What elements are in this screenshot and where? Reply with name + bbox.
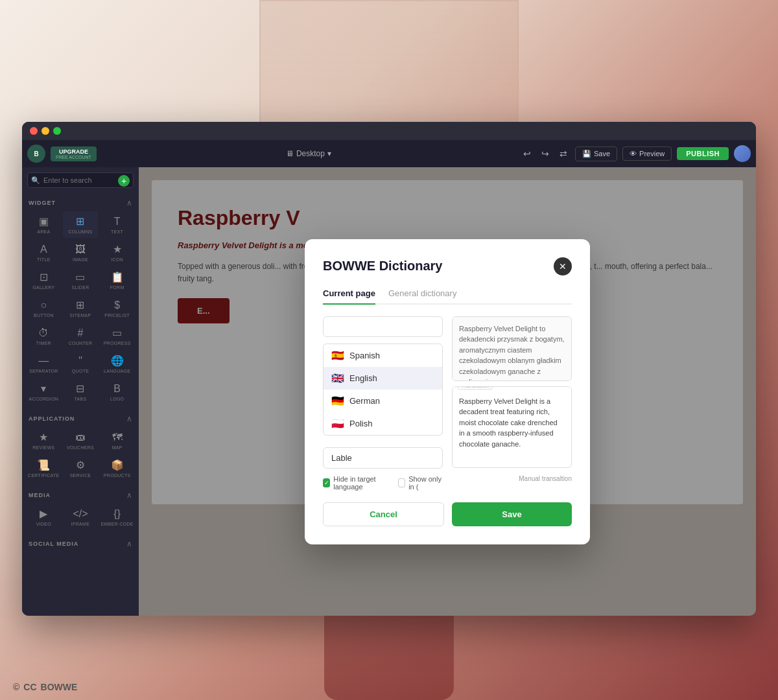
widget-gallery[interactable]: ⊡ GALLERY: [26, 267, 62, 294]
save-button[interactable]: Save: [452, 502, 572, 526]
cancel-button[interactable]: Cancel: [323, 502, 444, 526]
widget-title[interactable]: A TITLE: [26, 239, 62, 266]
app-products[interactable]: 📦 PRODUCTS: [99, 455, 135, 482]
publish-button[interactable]: PUBLISH: [677, 147, 729, 160]
app-service[interactable]: ⚙ SERVICE: [63, 455, 99, 482]
progress-icon: ▭: [112, 327, 122, 339]
widget-image[interactable]: 🖼 IMAGE: [63, 239, 99, 266]
widget-pricelist[interactable]: $ PRICELIST: [99, 295, 135, 321]
media-section-header: MEDIA ∧: [22, 488, 139, 502]
app-certificate[interactable]: 📜 CERTIFICATE: [26, 455, 62, 482]
save-button[interactable]: 💾 Save: [575, 146, 617, 161]
sidebar-section-social-media: SOCIAL MEDIA ∧: [22, 534, 139, 554]
upgrade-button[interactable]: UPGRADE FREE ACCOUNT: [51, 146, 97, 161]
media-grid: ▶ VIDEO </> IFRAME {} EMBER CODE: [22, 502, 139, 531]
application-grid: ★ REVIEWS 🎟 VOUCHERS 🗺 MAP 📜 CERTIFICATE: [22, 426, 139, 483]
tab-current-page[interactable]: Current page: [323, 288, 375, 305]
show-only-checkbox[interactable]: [398, 478, 405, 487]
show-only-option[interactable]: Show only in (: [398, 475, 443, 491]
widget-text[interactable]: T TEXT: [99, 211, 135, 238]
modal-body: 🇪🇸 Spanish 🇬🇧 English 🇩🇪 German: [323, 316, 572, 491]
sidebar: 🔍 + WIDGET ∧ ▣ AREA ⊞ COLUMNS: [22, 167, 139, 616]
search-icon: 🔍: [31, 176, 40, 185]
map-icon: 🗺: [112, 432, 123, 443]
widget-tabs[interactable]: ⊟ TABS: [63, 379, 99, 405]
widget-form[interactable]: 📋 FORM: [99, 267, 135, 294]
widget-separator[interactable]: — SEPARATOR: [26, 351, 62, 377]
language-icon: 🌐: [111, 355, 124, 367]
button-icon: ○: [40, 299, 47, 311]
area-icon: ▣: [39, 215, 49, 228]
pricelist-icon: $: [114, 299, 120, 311]
ember-code-icon: {}: [113, 508, 121, 520]
toolbar-center: 🖥 Desktop ▾: [102, 149, 515, 158]
traffic-light-yellow[interactable]: [41, 127, 49, 135]
preview-button[interactable]: 👁 Preview: [622, 146, 672, 161]
widget-logo[interactable]: B LOGO: [99, 379, 135, 405]
traffic-light-green[interactable]: [53, 127, 61, 135]
app-vouchers[interactable]: 🎟 VOUCHERS: [63, 427, 99, 454]
media-ember-code[interactable]: {} EMBER CODE: [99, 504, 135, 530]
language-item-english[interactable]: 🇬🇧 English: [324, 367, 442, 390]
sidebar-section-application: APPLICATION ∧ ★ REVIEWS 🎟 VOUCHERS 🗺 MAP: [22, 409, 139, 485]
logo-icon: B: [113, 383, 121, 395]
slider-icon: ▭: [75, 271, 85, 283]
widget-quote[interactable]: " QUOTE: [63, 351, 99, 377]
widget-progress[interactable]: ▭ PROGRESS: [99, 323, 135, 349]
app-reviews[interactable]: ★ REVIEWS: [26, 427, 62, 454]
language-item-spanish[interactable]: 🇪🇸 Spanish: [324, 344, 442, 367]
widget-grid: ▣ AREA ⊞ COLUMNS T TEXT A TITLE: [22, 210, 139, 406]
language-item-polish[interactable]: 🇵🇱 Polish: [324, 412, 442, 435]
lable-input[interactable]: [323, 447, 443, 469]
columns-icon: ⊞: [76, 215, 84, 228]
tab-general-dictionary[interactable]: General dictionary: [388, 288, 457, 305]
modal-overlay: BOWWE Dictionary ✕ Current page General …: [139, 167, 756, 616]
widget-accordion[interactable]: ▾ ACCORDION: [26, 379, 62, 405]
hide-in-target-option[interactable]: ✓ Hide in target language: [323, 475, 390, 491]
sitemap-icon: ⊞: [76, 299, 84, 311]
icon-icon: ★: [113, 243, 122, 255]
language-search-input[interactable]: [323, 316, 443, 337]
device-selector[interactable]: 🖥 Desktop ▾: [286, 149, 331, 158]
share-button[interactable]: ⇄: [557, 147, 570, 160]
app-map[interactable]: 🗺 MAP: [99, 427, 135, 454]
language-item-german[interactable]: 🇩🇪 German: [324, 390, 442, 412]
sidebar-search-container: 🔍 +: [22, 167, 139, 193]
widget-timer[interactable]: ⏱ TIMER: [26, 323, 62, 349]
widget-area[interactable]: ▣ AREA: [26, 211, 62, 238]
media-iframe[interactable]: </> IFRAME: [63, 504, 99, 530]
translation-textarea[interactable]: Raspberry Velvet Delight is a decadent t…: [453, 387, 571, 465]
traffic-light-red[interactable]: [30, 127, 38, 135]
undo-button[interactable]: ↩: [521, 147, 534, 160]
widget-counter[interactable]: # COUNTER: [63, 323, 99, 349]
redo-button[interactable]: ↪: [539, 147, 552, 160]
hide-in-target-checkbox[interactable]: ✓: [323, 478, 330, 487]
media-video[interactable]: ▶ VIDEO: [26, 504, 62, 530]
separator-icon: —: [38, 355, 49, 367]
source-text-wrapper: Raspberry Velvet Delight to dekadencki p…: [452, 316, 572, 381]
modal-close-button[interactable]: ✕: [554, 257, 572, 275]
widget-button[interactable]: ○ BUTTON: [26, 295, 62, 321]
translation-label: Translation: [458, 386, 493, 390]
bowwe-logo[interactable]: B: [27, 145, 45, 163]
application-section-header: APPLICATION ∧: [22, 412, 139, 426]
widget-language[interactable]: 🌐 LANGUAGE: [99, 351, 135, 377]
sidebar-section-media: MEDIA ∧ ▶ VIDEO </> IFRAME {} EMBER CODE: [22, 485, 139, 534]
add-widget-button[interactable]: +: [118, 175, 130, 187]
widget-sitemap[interactable]: ⊞ SITEMAP: [63, 295, 99, 321]
user-avatar[interactable]: [734, 145, 751, 162]
widget-section-header: WIDGET ∧: [22, 196, 139, 210]
widget-icon[interactable]: ★ ICON: [99, 239, 135, 266]
tabs-icon: ⊟: [76, 382, 84, 395]
modal-header: BOWWE Dictionary ✕: [323, 257, 572, 275]
modal-tabs: Current page General dictionary: [323, 288, 572, 305]
widget-slider[interactable]: ▭ SLIDER: [63, 267, 99, 294]
widget-columns[interactable]: ⊞ COLUMNS: [63, 211, 99, 238]
browser-titlebar: [22, 122, 756, 140]
form-icon: 📋: [111, 271, 124, 283]
quote-icon: ": [78, 355, 82, 367]
text-icon: T: [114, 216, 121, 228]
spanish-flag-icon: 🇪🇸: [331, 349, 344, 362]
source-textarea[interactable]: Raspberry Velvet Delight to dekadencki p…: [453, 317, 571, 380]
modal-options: ✓ Hide in target language Show only in (: [323, 475, 443, 491]
